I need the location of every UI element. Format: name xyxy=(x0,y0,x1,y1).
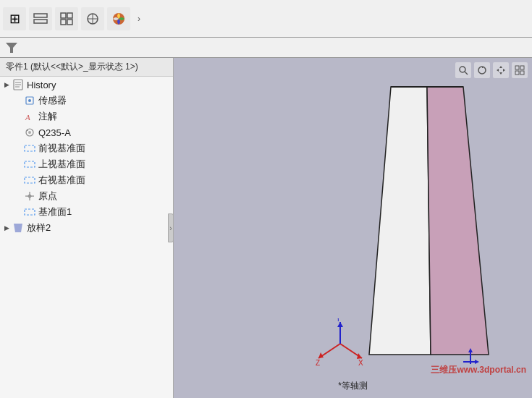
svg-rect-4 xyxy=(61,20,66,25)
watermark: 三维压www.3dportal.cn xyxy=(431,364,526,376)
svg-marker-49 xyxy=(468,348,473,352)
svg-point-20 xyxy=(27,130,28,131)
feature-tree-panel: 零件1 (默认<<默认>_显示状态 1>) ▶ History xyxy=(0,58,174,398)
vp-search-icon[interactable] xyxy=(455,62,471,78)
svg-text:A: A xyxy=(25,113,30,122)
toolbar-btn-3[interactable] xyxy=(55,7,78,30)
svg-point-29 xyxy=(460,67,465,72)
svg-rect-23 xyxy=(25,177,35,183)
tree-item-right-plane[interactable]: 右视基准面 xyxy=(0,172,173,188)
svg-text:X: X xyxy=(358,359,363,367)
tree-item-origin[interactable]: 原点 xyxy=(0,188,173,204)
vp-grid-icon[interactable] xyxy=(512,62,528,78)
tree-arrow-front xyxy=(13,143,23,153)
sensor-icon xyxy=(23,94,36,107)
tree-arrow-annotation xyxy=(13,111,23,122)
tree-item-datum1[interactable]: 基准面1 xyxy=(0,204,173,220)
svg-rect-32 xyxy=(515,66,519,69)
toolbar-btn-2[interactable] xyxy=(29,7,52,30)
origin-label: 原点 xyxy=(38,190,57,203)
feature-tree: ▶ History xyxy=(0,77,173,398)
annotation-icon: A xyxy=(23,110,36,123)
panel-collapse-handle[interactable]: › xyxy=(168,213,174,242)
toolbar-btn-5[interactable] xyxy=(107,7,130,30)
svg-text:Z: Z xyxy=(316,359,320,367)
main-toolbar: ⊞ › xyxy=(0,0,532,38)
tree-item-front-plane[interactable]: 前视基准面 xyxy=(0,140,173,156)
part-title: 零件1 (默认<<默认>_显示状态 1>) xyxy=(0,58,173,77)
svg-marker-28 xyxy=(14,224,22,232)
right-plane-label: 右视基准面 xyxy=(38,174,85,187)
history-label: History xyxy=(27,80,56,90)
origin-icon xyxy=(23,190,36,203)
tree-arrow-sensor xyxy=(13,96,23,106)
top-plane-label: 上视基准面 xyxy=(38,158,85,171)
3d-viewport[interactable]: Z X Y 三维压www.3dportal.cn *等轴测 xyxy=(174,58,532,398)
tree-arrow-loft2: ▶ xyxy=(1,223,12,233)
material-icon xyxy=(23,126,36,139)
tree-item-top-plane[interactable]: 上视基准面 xyxy=(0,156,173,172)
material-label: Q235-A xyxy=(38,127,71,138)
datum1-label: 基准面1 xyxy=(38,206,72,219)
front-plane-icon xyxy=(23,142,36,155)
tree-item-loft2[interactable]: ▶ 放样2 xyxy=(0,220,173,236)
filter-icon[interactable] xyxy=(4,41,19,55)
svg-marker-37 xyxy=(427,87,489,355)
axis-indicator: Z X Y xyxy=(315,318,366,369)
svg-point-19 xyxy=(28,131,31,134)
svg-marker-10 xyxy=(6,43,17,53)
tree-arrow-origin xyxy=(13,191,23,201)
vp-rotate-icon[interactable] xyxy=(474,62,490,78)
tree-item-annotation[interactable]: A 注解 xyxy=(0,109,173,124)
tree-arrow-material xyxy=(13,127,23,137)
viewport-toolbar xyxy=(455,62,528,78)
sensor-label: 传感器 xyxy=(38,94,67,107)
toolbar-btn-1[interactable]: ⊞ xyxy=(3,7,26,30)
svg-marker-36 xyxy=(369,87,431,355)
svg-rect-0 xyxy=(34,14,47,17)
history-icon xyxy=(12,78,25,91)
svg-marker-46 xyxy=(337,322,343,327)
tree-item-sensor[interactable]: 传感器 xyxy=(0,93,173,109)
svg-rect-21 xyxy=(25,145,35,151)
svg-rect-27 xyxy=(25,209,35,215)
main-area: 零件1 (默认<<默认>_显示状态 1>) ▶ History xyxy=(0,58,532,398)
svg-rect-22 xyxy=(25,161,35,167)
top-plane-icon xyxy=(23,158,36,171)
3d-shape xyxy=(347,80,507,384)
tree-arrow-datum1 xyxy=(13,207,23,217)
tree-item-material[interactable]: Q235-A xyxy=(0,124,173,140)
toolbar-btn-4[interactable] xyxy=(81,7,104,30)
toolbar-expand[interactable]: › xyxy=(133,7,145,30)
svg-rect-5 xyxy=(67,20,72,25)
svg-rect-3 xyxy=(67,13,72,18)
tree-arrow-history: ▶ xyxy=(1,80,12,90)
svg-text:Y: Y xyxy=(336,318,341,323)
svg-rect-35 xyxy=(520,71,524,75)
datum1-icon xyxy=(23,206,36,219)
secondary-toolbar xyxy=(0,38,532,58)
svg-marker-43 xyxy=(357,353,362,359)
vp-pan-icon[interactable] xyxy=(493,62,509,78)
tree-arrow-top xyxy=(13,159,23,169)
svg-rect-1 xyxy=(34,20,47,23)
tree-item-history[interactable]: ▶ History xyxy=(0,77,173,93)
isometric-label: *等轴测 xyxy=(338,380,368,392)
front-plane-label: 前视基准面 xyxy=(38,142,85,155)
loft2-label: 放样2 xyxy=(27,221,51,234)
right-plane-icon xyxy=(23,174,36,187)
svg-rect-34 xyxy=(515,71,519,75)
svg-line-30 xyxy=(465,72,468,75)
svg-rect-2 xyxy=(61,13,66,18)
svg-rect-33 xyxy=(520,66,524,69)
loft2-icon xyxy=(12,221,25,234)
annotation-label: 注解 xyxy=(38,110,57,123)
svg-point-16 xyxy=(28,99,31,102)
tree-arrow-right xyxy=(13,175,23,185)
